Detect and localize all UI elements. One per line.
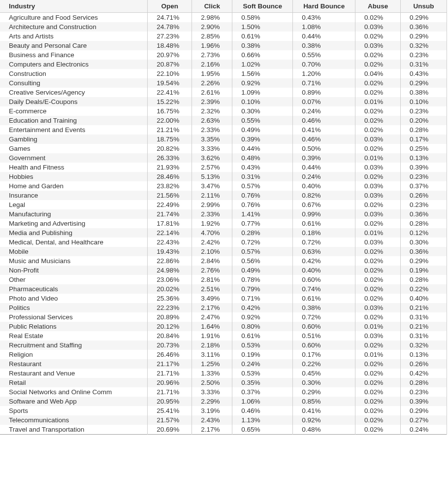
table-row: Restaurant and Venue21.71%1.33%0.53%0.45… <box>0 369 447 378</box>
table-row: E-commerce16.75%2.32%0.30%0.24%0.02%0.23… <box>0 106 447 116</box>
cell-unsub: 0.23% <box>401 200 447 209</box>
cell-abuse: 0.02% <box>355 369 401 378</box>
cell-abuse: 0.02% <box>355 284 401 294</box>
cell-abuse: 0.02% <box>355 397 401 406</box>
cell-hard-bounce: 0.42% <box>293 256 355 266</box>
cell-industry: Arts and Artists <box>0 32 148 41</box>
table-row: Recruitment and Staffing20.73%2.18%0.53%… <box>0 341 447 350</box>
cell-soft-bounce: 0.53% <box>232 369 293 378</box>
cell-open: 20.96% <box>148 378 192 387</box>
cell-open: 21.71% <box>148 387 192 397</box>
cell-click: 2.11% <box>192 191 232 200</box>
cell-industry: Pharmaceuticals <box>0 284 148 294</box>
cell-open: 22.14% <box>148 228 192 238</box>
cell-abuse: 0.02% <box>355 275 401 284</box>
cell-soft-bounce: 0.55% <box>232 116 293 125</box>
cell-abuse: 0.03% <box>355 238 401 247</box>
cell-unsub: 0.28% <box>401 125 447 135</box>
cell-open: 19.54% <box>148 78 192 88</box>
cell-unsub: 0.36% <box>401 22 447 32</box>
cell-click: 2.81% <box>192 275 232 284</box>
cell-hard-bounce: 0.67% <box>293 200 355 209</box>
cell-unsub: 0.31% <box>401 331 447 341</box>
cell-open: 24.78% <box>148 22 192 32</box>
email-benchmarks-table: Industry Open Click Soft Bounce Hard Bou… <box>0 0 447 435</box>
cell-hard-bounce: 0.46% <box>293 116 355 125</box>
table-row: Telecommunications21.57%2.43%1.13%0.92%0… <box>0 415 447 425</box>
cell-industry: Medical, Dental, and Healthcare <box>0 238 148 247</box>
cell-open: 15.22% <box>148 97 192 106</box>
cell-click: 2.16% <box>192 60 232 69</box>
cell-soft-bounce: 1.06% <box>232 397 293 406</box>
cell-abuse: 0.03% <box>355 22 401 32</box>
cell-unsub: 0.30% <box>401 238 447 247</box>
cell-soft-bounce: 0.43% <box>232 163 293 172</box>
cell-unsub: 0.13% <box>401 153 447 163</box>
cell-unsub: 0.27% <box>401 415 447 425</box>
cell-unsub: 0.28% <box>401 219 447 228</box>
cell-hard-bounce: 0.60% <box>293 341 355 350</box>
cell-industry: Business and Finance <box>0 50 148 60</box>
cell-abuse: 0.02% <box>355 60 401 69</box>
cell-abuse: 0.02% <box>355 50 401 60</box>
table-row: Health and Fitness21.93%2.57%0.43%0.44%0… <box>0 163 447 172</box>
cell-open: 21.57% <box>148 415 192 425</box>
cell-abuse: 0.01% <box>355 97 401 106</box>
cell-hard-bounce: 0.22% <box>293 359 355 369</box>
cell-soft-bounce: 1.56% <box>232 69 293 78</box>
cell-hard-bounce: 0.51% <box>293 331 355 341</box>
cell-hard-bounce: 0.24% <box>293 172 355 181</box>
cell-soft-bounce: 0.48% <box>232 153 293 163</box>
cell-open: 26.33% <box>148 153 192 163</box>
cell-hard-bounce: 0.85% <box>293 397 355 406</box>
col-header-click: Click <box>192 0 232 13</box>
cell-click: 2.47% <box>192 312 232 322</box>
cell-soft-bounce: 1.09% <box>232 88 293 97</box>
cell-industry: Hobbies <box>0 172 148 181</box>
cell-unsub: 0.23% <box>401 106 447 116</box>
cell-industry: Politics <box>0 303 148 312</box>
cell-abuse: 0.03% <box>355 163 401 172</box>
cell-unsub: 0.25% <box>401 144 447 153</box>
cell-industry: Religion <box>0 350 148 359</box>
cell-hard-bounce: 0.17% <box>293 350 355 359</box>
cell-abuse: 0.02% <box>355 359 401 369</box>
cell-industry: E-commerce <box>0 106 148 116</box>
cell-hard-bounce: 0.39% <box>293 153 355 163</box>
cell-open: 21.21% <box>148 125 192 135</box>
cell-soft-bounce: 1.50% <box>232 22 293 32</box>
cell-industry: Professional Services <box>0 312 148 322</box>
cell-hard-bounce: 0.82% <box>293 191 355 200</box>
cell-soft-bounce: 0.31% <box>232 172 293 181</box>
table-row: Beauty and Personal Care18.48%1.96%0.38%… <box>0 41 447 50</box>
cell-hard-bounce: 0.99% <box>293 209 355 219</box>
col-header-soft-bounce: Soft Bounce <box>232 0 293 13</box>
cell-click: 1.96% <box>192 41 232 50</box>
table-row: Arts and Artists27.23%2.85%0.61%0.44%0.0… <box>0 32 447 41</box>
cell-unsub: 0.23% <box>401 172 447 181</box>
cell-click: 3.62% <box>192 153 232 163</box>
cell-industry: Media and Publishing <box>0 228 148 238</box>
table-row: Non-Profit24.98%2.76%0.49%0.40%0.02%0.19… <box>0 266 447 275</box>
cell-soft-bounce: 0.28% <box>232 228 293 238</box>
cell-soft-bounce: 0.19% <box>232 350 293 359</box>
cell-hard-bounce: 0.46% <box>293 135 355 144</box>
cell-soft-bounce: 0.42% <box>232 303 293 312</box>
cell-click: 1.64% <box>192 322 232 331</box>
cell-click: 3.19% <box>192 406 232 415</box>
cell-click: 2.29% <box>192 397 232 406</box>
cell-unsub: 0.39% <box>401 163 447 172</box>
cell-hard-bounce: 0.43% <box>293 13 355 23</box>
cell-hard-bounce: 0.92% <box>293 415 355 425</box>
cell-click: 1.25% <box>192 359 232 369</box>
cell-abuse: 0.02% <box>355 125 401 135</box>
table-row: Real Estate20.84%1.91%0.61%0.51%0.03%0.3… <box>0 331 447 341</box>
cell-click: 1.95% <box>192 69 232 78</box>
cell-industry: Restaurant <box>0 359 148 369</box>
cell-unsub: 0.20% <box>401 116 447 125</box>
cell-click: 2.84% <box>192 256 232 266</box>
cell-industry: Insurance <box>0 191 148 200</box>
cell-soft-bounce: 0.10% <box>232 97 293 106</box>
table-row: Mobile19.43%2.10%0.57%0.63%0.02%0.36% <box>0 247 447 256</box>
cell-unsub: 0.21% <box>401 303 447 312</box>
